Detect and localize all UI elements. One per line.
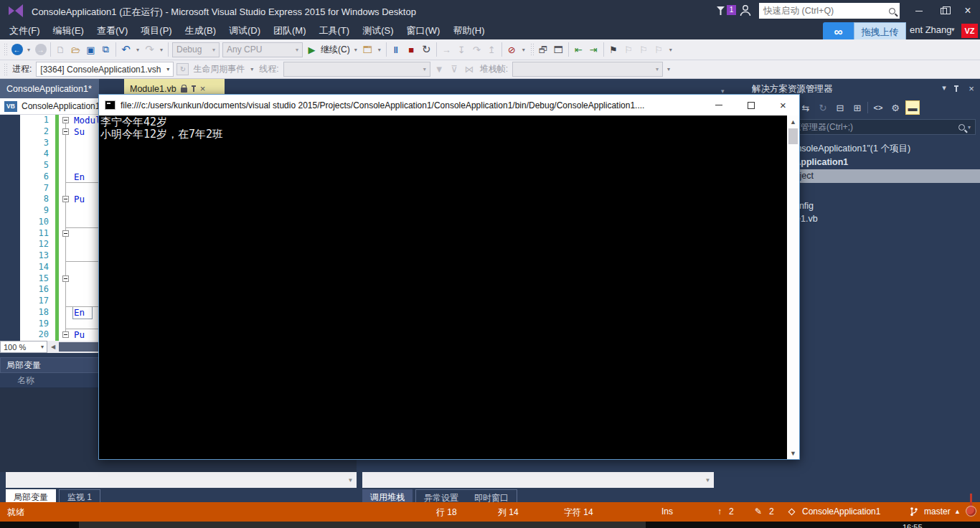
menu-item[interactable]: 编辑(E) xyxy=(47,22,90,39)
solution-platform-dropdown[interactable]: Any CPU▾ xyxy=(222,42,303,57)
window-position-dropdown-icon[interactable]: ▾ xyxy=(938,83,950,93)
stack-frame-dropdown[interactable]: ▾ xyxy=(512,62,663,77)
drag-upload-button[interactable]: 拖拽上传 xyxy=(854,22,906,42)
locals-hscrollbar[interactable] xyxy=(6,472,344,488)
undo-icon[interactable]: ↶ xyxy=(118,42,133,57)
flag-filter-icon[interactable]: ▼ xyxy=(432,62,447,77)
git-branch-icon[interactable] xyxy=(910,506,918,517)
show-next-statement-icon[interactable]: → xyxy=(439,42,454,57)
incoming-commits-icon[interactable]: ↑ xyxy=(717,506,722,517)
bookmark-icon[interactable]: ⚑ xyxy=(606,42,621,57)
minimize-button[interactable] xyxy=(907,1,931,21)
editor-zoom-dropdown[interactable]: 100 %▾ xyxy=(0,341,47,353)
hscroll-left-arrow-icon[interactable]: ◀ xyxy=(47,341,59,353)
avatar[interactable]: VZ xyxy=(961,24,978,38)
toolbar-grip[interactable] xyxy=(530,43,534,56)
menu-item[interactable]: 窗口(W) xyxy=(400,22,446,39)
feedback-icon[interactable]: 1 xyxy=(716,4,735,18)
indicator-margin[interactable] xyxy=(0,115,20,341)
incoming-commits-count[interactable]: 2 xyxy=(729,506,734,517)
navigate-back-icon[interactable]: ← xyxy=(9,42,24,57)
menu-item[interactable]: 工具(T) xyxy=(313,22,357,39)
menu-item[interactable]: 文件(F) xyxy=(3,22,47,39)
fold-collapse-icon[interactable] xyxy=(62,331,69,338)
debug-overflow-icon[interactable]: ▾ xyxy=(519,42,528,57)
menu-item[interactable]: 团队(M) xyxy=(267,22,313,39)
continue-play-icon[interactable]: ▶ xyxy=(304,42,319,57)
git-branch-name[interactable]: master xyxy=(924,506,951,517)
refresh-icon[interactable]: ↻ xyxy=(816,100,830,115)
auto-hide-pin-icon[interactable] xyxy=(956,85,957,92)
pause-icon[interactable]: ‖ xyxy=(389,42,404,57)
scrollbar-thumb[interactable] xyxy=(788,128,798,144)
callstack-vscroll-down-icon[interactable]: ▼ xyxy=(702,472,714,488)
previous-bookmark-icon[interactable]: ⚐ xyxy=(621,42,636,57)
console-title-bar[interactable]: file:///c:/users/kunkun/documents/visual… xyxy=(99,95,799,116)
fold-collapse-icon[interactable] xyxy=(62,117,69,123)
console-scrollbar[interactable]: ▲ ▼ xyxy=(787,116,799,459)
debugbar-overflow-icon[interactable]: ▾ xyxy=(664,62,673,77)
tab-consoleapplication1[interactable]: ConsoleApplication1* xyxy=(0,79,99,98)
redo-dropdown-icon[interactable]: ▾ xyxy=(157,42,166,57)
sign-in-person-icon[interactable] xyxy=(738,4,753,18)
repository-icon[interactable] xyxy=(789,506,798,517)
next-bookmark-icon[interactable]: ⚐ xyxy=(636,42,651,57)
account-name[interactable]: ent Zhang xyxy=(910,24,952,35)
restart-icon[interactable]: ↻ xyxy=(419,42,434,57)
repository-name[interactable]: ConsoleApplication1 xyxy=(802,506,880,517)
toggle-breakpoints-icon[interactable]: ⊘ xyxy=(504,42,519,57)
sync-with-active-document-icon[interactable]: ⇆ xyxy=(798,100,813,115)
text-editor-overflow-icon[interactable]: ▾ xyxy=(666,42,675,57)
fold-collapse-icon[interactable] xyxy=(62,230,69,237)
collapse-all-icon[interactable]: ⊟ xyxy=(833,100,847,115)
step-over-icon[interactable]: ↷ xyxy=(469,42,484,57)
netdisk-cloud-button[interactable]: ∞ xyxy=(823,22,854,42)
redo-icon[interactable]: ↷ xyxy=(142,42,157,57)
console-close-button[interactable]: × xyxy=(767,95,799,116)
pin-icon[interactable] xyxy=(193,85,194,92)
fold-collapse-icon[interactable] xyxy=(62,275,69,282)
search-options-dropdown-icon[interactable]: ▾ xyxy=(968,124,971,131)
callstack-hscrollbar[interactable] xyxy=(362,472,702,488)
process-dropdown[interactable]: [3364] ConsoleApplication1.vsh▾ xyxy=(36,62,174,77)
new-file-icon[interactable]: 🗋 xyxy=(53,42,68,57)
view-designer-window-icon[interactable]: 🗖 xyxy=(551,42,566,57)
stop-icon[interactable]: ■ xyxy=(404,42,419,57)
restore-button[interactable] xyxy=(931,1,956,21)
view-code-window-icon[interactable]: 🗗 xyxy=(536,42,551,57)
step-into-icon[interactable]: ↧ xyxy=(454,42,469,57)
scroll-up-icon[interactable]: ▲ xyxy=(787,116,799,128)
menu-item[interactable]: 帮助(H) xyxy=(446,22,491,39)
step-out-icon[interactable]: ↥ xyxy=(484,42,499,57)
close-tab-icon[interactable]: × xyxy=(200,84,206,93)
undo-dropdown-icon[interactable]: ▾ xyxy=(133,42,142,57)
scroll-down-icon[interactable]: ▼ xyxy=(787,447,799,459)
continue-label[interactable]: 继续(C) xyxy=(319,44,352,56)
locals-vscroll-down-icon[interactable]: ▼ xyxy=(344,472,357,488)
pending-edits-count[interactable]: 2 xyxy=(769,506,774,517)
lifecycle-events-label[interactable]: 生命周期事件 xyxy=(193,63,245,75)
flag-current-icon[interactable]: ⊽ xyxy=(447,62,462,77)
branch-expand-icon[interactable]: ▲ xyxy=(954,508,961,515)
menu-item[interactable]: 查看(V) xyxy=(90,22,134,39)
account-dropdown-icon[interactable]: ▾ xyxy=(951,26,955,33)
solution-configuration-dropdown[interactable]: Debug▾ xyxy=(172,42,220,57)
view-code-icon[interactable]: <> xyxy=(871,100,885,115)
save-icon[interactable]: ▣ xyxy=(83,42,98,57)
console-window[interactable]: file:///c:/users/kunkun/documents/visual… xyxy=(98,94,800,460)
continue-dropdown-icon[interactable]: ▾ xyxy=(352,42,360,57)
profiler-icon[interactable]: 🗔 xyxy=(360,42,375,57)
pending-edits-icon[interactable]: ✎ xyxy=(755,506,762,517)
console-maximize-button[interactable] xyxy=(735,95,767,116)
fold-collapse-icon[interactable] xyxy=(62,196,69,202)
menu-item[interactable]: 调试(D) xyxy=(222,22,267,39)
open-file-icon[interactable]: 🗁 xyxy=(68,42,83,57)
toolbar-overflow-icon[interactable]: ▾ xyxy=(375,42,384,57)
properties-pages-icon[interactable]: ⊞ xyxy=(850,100,864,115)
fold-collapse-icon[interactable] xyxy=(62,128,69,135)
quick-launch-input[interactable]: 快速启动 (Ctrl+Q) xyxy=(759,3,900,19)
windows-taskbar-sliver[interactable]: 16:55 xyxy=(0,522,980,528)
menu-item[interactable]: 生成(B) xyxy=(179,22,222,39)
menu-item[interactable]: 项目(P) xyxy=(134,22,178,39)
thread-dropdown[interactable]: ▾ xyxy=(283,62,430,77)
